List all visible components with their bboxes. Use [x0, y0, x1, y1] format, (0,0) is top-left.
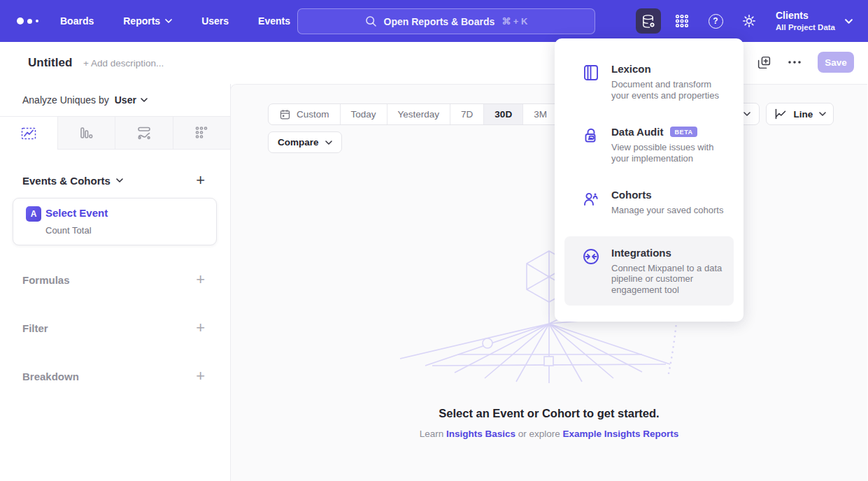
chart-style-label: Line	[794, 109, 813, 120]
analyze-by-label: Analyze Uniques by	[22, 94, 109, 106]
project-selector[interactable]: Clients All Project Data	[776, 10, 853, 32]
analyze-by-value: User	[115, 94, 136, 106]
events-cohorts-header[interactable]: Events & Cohorts	[22, 175, 123, 187]
count-total-label[interactable]: Count Total	[45, 225, 92, 236]
ellipsis-icon	[788, 60, 802, 64]
chevron-down-icon	[141, 98, 148, 102]
menu-item-description: Document and transform your events and p…	[611, 79, 728, 101]
integrations-sync-icon	[582, 247, 600, 266]
data-management-button[interactable]	[636, 8, 661, 34]
add-filter-button[interactable]: +	[196, 320, 205, 336]
mixpanel-logo[interactable]	[17, 17, 48, 24]
logo-dot	[17, 17, 24, 24]
menu-item-description: Manage your saved cohorts	[611, 205, 728, 216]
nav-link-label: Boards	[60, 15, 94, 27]
tab-bar-chart[interactable]	[57, 117, 115, 150]
chevron-down-icon	[165, 19, 172, 23]
date-range-30d-active[interactable]: 30D	[483, 104, 522, 124]
report-title[interactable]: Untitled	[28, 56, 72, 70]
date-range-today[interactable]: Today	[340, 104, 387, 124]
help-button[interactable]: ?	[703, 8, 728, 34]
mixpanel-insights-app: Boards Reports Users Events Open Reports…	[0, 0, 868, 481]
example-reports-link[interactable]: Example Insights Reports	[563, 429, 679, 439]
date-range-7d[interactable]: 7D	[450, 104, 483, 124]
nav-link-label: Users	[201, 15, 229, 27]
filter-section: Filter +	[0, 320, 230, 336]
add-description-input[interactable]: + Add description...	[83, 58, 164, 69]
date-range-label: Yesterday	[398, 109, 440, 120]
nav-link-boards[interactable]: Boards	[60, 10, 94, 32]
chevron-down-icon	[845, 19, 853, 24]
cohorts-people-icon	[582, 189, 600, 208]
lexicon-book-icon	[582, 64, 600, 82]
duplicate-button[interactable]	[756, 55, 771, 70]
menu-item-title: Data Audit	[611, 126, 663, 138]
analyze-by-selector[interactable]: User	[115, 94, 148, 106]
tab-flow-chart[interactable]	[115, 117, 173, 150]
compare-button[interactable]: Compare	[268, 131, 342, 153]
project-labels: Clients All Project Data	[776, 10, 835, 32]
or-explore-text: or explore	[518, 429, 560, 439]
chart-style-selector[interactable]: Line	[766, 103, 834, 125]
chevron-down-icon	[116, 178, 123, 182]
date-range-label: 3M	[534, 109, 547, 120]
nav-link-label: Events	[258, 15, 290, 27]
more-options-button[interactable]	[787, 55, 802, 70]
menu-item-data-audit[interactable]: Data Audit BETA View possible issues wit…	[564, 115, 734, 174]
project-scope: All Project Data	[776, 22, 835, 32]
date-range-label: Custom	[297, 109, 329, 120]
menu-item-text: Integrations Connect Mixpanel to a data …	[611, 247, 728, 296]
save-button[interactable]: Save	[818, 52, 854, 73]
duplicate-icon	[757, 55, 771, 70]
add-formula-button[interactable]: +	[196, 272, 205, 287]
apps-grid-button[interactable]	[669, 8, 695, 34]
learn-prefix: Learn	[420, 429, 444, 439]
metric-grid-icon	[193, 124, 210, 141]
compare-label: Compare	[278, 137, 319, 148]
tab-metric[interactable]	[173, 117, 231, 150]
nav-link-users[interactable]: Users	[201, 10, 229, 32]
date-range-yesterday[interactable]: Yesterday	[387, 104, 450, 124]
date-range-label: 7D	[461, 109, 473, 120]
settings-button[interactable]	[737, 8, 762, 34]
logo-dot	[36, 20, 38, 22]
menu-item-title: Lexicon	[611, 63, 651, 75]
insights-basics-link[interactable]: Insights Basics	[446, 429, 515, 439]
nav-link-reports[interactable]: Reports	[123, 10, 172, 32]
events-cohorts-label: Events & Cohorts	[22, 175, 111, 187]
top-nav: Boards Reports Users Events Open Reports…	[0, 0, 868, 42]
bar-chart-icon	[78, 124, 94, 141]
nav-link-events[interactable]: Events	[258, 10, 290, 32]
formulas-section: Formulas +	[0, 272, 230, 287]
search-icon	[365, 15, 377, 27]
menu-item-description: Connect Mixpanel to a data pipeline or c…	[611, 263, 728, 296]
beta-badge: BETA	[670, 127, 697, 137]
tab-line-chart[interactable]	[0, 117, 57, 150]
report-canvas: Custom Today Yesterday 7D 30D 3M 6M Comp…	[230, 84, 867, 481]
date-range-label: 30D	[495, 109, 512, 120]
chevron-down-icon	[325, 141, 332, 145]
data-management-menu: Lexicon Document and transform your even…	[555, 38, 744, 322]
menu-item-lexicon[interactable]: Lexicon Document and transform your even…	[564, 52, 734, 111]
menu-item-text: Data Audit BETA View possible issues wit…	[611, 126, 728, 164]
calendar-icon	[279, 108, 291, 120]
menu-item-text: Cohorts Manage your saved cohorts	[611, 189, 728, 216]
menu-item-integrations[interactable]: Integrations Connect Mixpanel to a data …	[564, 236, 734, 306]
menu-item-cohorts[interactable]: Cohorts Manage your saved cohorts	[564, 178, 734, 227]
line-style-icon	[774, 108, 788, 120]
select-event-label: Select Event	[45, 207, 108, 219]
select-event-card[interactable]: A Select Event Count Total	[13, 198, 217, 245]
logo-dot	[27, 19, 32, 24]
date-range-3m[interactable]: 3M	[522, 104, 557, 124]
line-chart-icon	[20, 125, 37, 142]
menu-item-title: Cohorts	[611, 189, 652, 201]
question-mark-icon: ?	[709, 14, 723, 29]
chevron-down-icon	[819, 112, 826, 116]
header-actions: Save	[756, 52, 854, 73]
add-event-button[interactable]: +	[196, 173, 205, 188]
analyze-by-row: Analyze Uniques by User	[0, 84, 230, 116]
global-search-button[interactable]: Open Reports & Boards ⌘ + K	[297, 8, 595, 34]
menu-item-title: Integrations	[611, 247, 671, 259]
date-range-custom[interactable]: Custom	[269, 104, 340, 124]
add-breakdown-button[interactable]: +	[196, 368, 205, 384]
